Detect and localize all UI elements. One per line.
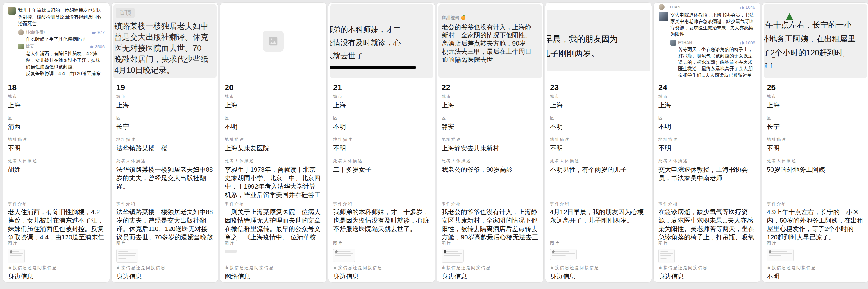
record-card-18[interactable]: 我几十年前就认识的一位胡姓朋友也是因为封控、核酸检测等原因没有得到及时救治而死亡… (3, 2, 110, 283)
pinned-badge: 置顶 (116, 7, 134, 18)
like-count: 1046 (740, 5, 755, 9)
field-value-address: 不明 (767, 144, 864, 152)
field-label-direct: 直接信息还是间接信息 (333, 265, 430, 270)
field-label-direct: 直接信息还是间接信息 (658, 265, 755, 270)
field-label-city: 城市 (333, 94, 430, 99)
post-text: 镇路某楼一楼独居老夫妇中 曾是交大出版社翻译。休克 医无对接医院而去世。70 晚… (113, 21, 217, 76)
field-label-event: 事件介绍 (441, 202, 539, 207)
record-card-21[interactable]: 师弟的本科师妹，才二 疫情没有及时就诊，心 天就去世了 21 城市上海 区不明 … (328, 2, 435, 283)
field-label-city: 城市 (658, 94, 755, 99)
image-thumbnail[interactable] (441, 249, 464, 263)
field-value-address: 不明 (333, 144, 430, 152)
field-value-deceased: 法华镇路某楼一楼独居老夫妇中88岁的丈夫，曾经是交大出版社翻译。 (116, 166, 213, 191)
field-label-address: 地址描述 (333, 137, 430, 142)
commenter-name: 柿油(作者) (26, 30, 90, 35)
attachment-preview[interactable]: 我几十年前就认识的一位胡姓朋友也是因为封控、核酸检测等原因没有得到及时救治而死亡… (5, 4, 108, 78)
screenshot-margin (547, 71, 650, 78)
record-card-20[interactable]: 20 城市上海 区不明 地址描述上海某康复医院 死者大体描述李昶生于1973年，… (220, 2, 327, 283)
attachment-preview[interactable] (221, 4, 325, 78)
thumbs-up-icon (92, 30, 96, 35)
field-label-address: 地址描述 (767, 137, 864, 142)
field-value-city: 上海 (333, 101, 430, 109)
field-label-direct: 直接信息还是间接信息 (225, 265, 322, 270)
field-label-event: 事件介绍 (333, 202, 430, 207)
attachment-preview[interactable]: 置顶 镇路某楼一楼独居老夫妇中 曾是交大出版社翻译。休克 医无对接医院而去世。7… (113, 4, 217, 78)
field-value-direct: 身边信息 (333, 272, 430, 281)
field-label-deceased: 死者大体描述 (333, 158, 430, 164)
field-label-image: 图片 (658, 241, 755, 246)
record-number: 19 (116, 81, 213, 94)
poster-name: 鼠甜橙酱 (442, 15, 459, 21)
image-thumbnail[interactable] (658, 249, 675, 263)
field-value-event: 我师弟的本科师妹，才二十多岁，也是因为疫情没有及时就诊，心脏不舒服送医院隔天就去… (333, 208, 430, 233)
record-card-23[interactable]: 早晨，我的朋友因为 儿子刚刚两岁。 23 城市上海 区不明 地址描述不明 死者大… (545, 2, 652, 283)
field-label-image: 图片 (441, 241, 539, 246)
comment-text: 苦等两天，坐在急诊角落的椅子上，打吊瓶、吸氧气（被封控的子女设法送去的，杯水车薪… (678, 46, 755, 78)
field-label-deceased: 死者大体描述 (116, 158, 213, 164)
field-value-direct: 不明 (767, 272, 864, 281)
record-card-24[interactable]: ETHAN 1046 交大电院退休教授，上海书协会员，书法家吴中南老师在急诊病逝… (653, 2, 761, 283)
field-label-direct: 直接信息还是间接信息 (116, 265, 213, 270)
record-card-25[interactable]: 午十点左右，长宁的一小 外地务工阿姨，在出租屋里 了2个小时的120赶到时, 2… (762, 2, 868, 283)
field-value-event: 4月12日早晨，我的朋友因为心梗永远离开了，儿子刚刚两岁。 (550, 208, 647, 225)
field-value-address: 不明 (550, 144, 647, 152)
attachment-preview[interactable]: 午十点左右，长宁的一小 外地务工阿姨，在出租屋里 了2个小时的120赶到时, (764, 4, 867, 78)
field-label-image: 图片 (333, 241, 430, 246)
field-value-district: 静安 (441, 122, 539, 131)
image-thumbnail[interactable] (767, 249, 794, 261)
field-label-address: 地址描述 (225, 137, 322, 142)
image-thumbnail[interactable] (550, 249, 577, 260)
field-label-deceased: 死者大体描述 (550, 158, 647, 164)
avatar (670, 40, 676, 45)
like-count: 1008 (740, 40, 755, 45)
image-thumbnail-loading[interactable] (225, 250, 237, 253)
field-value-city: 上海 (225, 101, 322, 109)
field-label-deceased: 死者大体描述 (441, 158, 539, 164)
image-placeholder-icon (263, 31, 284, 52)
field-label-address: 地址描述 (8, 137, 105, 142)
thumbs-up-icon (740, 41, 744, 45)
field-value-event: 法华镇路某楼一楼独居老夫妇中88岁的丈夫，曾经是交大出版社翻译。休克后110、1… (116, 208, 213, 241)
field-label-event: 事件介绍 (8, 202, 105, 207)
record-number: 18 (8, 81, 105, 94)
field-label-event: 事件介绍 (550, 202, 647, 207)
field-value-city: 上海 (658, 101, 755, 109)
field-label-district: 区 (658, 115, 755, 121)
thumbs-up-icon (90, 44, 94, 49)
record-number: 22 (441, 81, 539, 94)
field-value-direct: 身边信息 (441, 272, 539, 281)
field-label-deceased: 死者大体描述 (767, 158, 864, 164)
avatar (10, 250, 12, 253)
attachment-preview[interactable]: 早晨，我的朋友因为 儿子刚刚两岁。 (547, 4, 650, 78)
image-thumbnail[interactable] (333, 249, 355, 262)
attachment-preview[interactable]: ETHAN 1046 交大电院退休教授，上海书协会员，书法家吴中南老师在急诊病逝… (655, 4, 759, 78)
field-value-city: 上海 (116, 101, 213, 109)
field-label-direct: 直接信息还是间接信息 (441, 265, 539, 270)
field-value-district: 不明 (550, 122, 647, 131)
record-card-22[interactable]: 鼠甜橙酱 老公的爷爷也没有计入，上海静 新村，全家阴的情况下他阳性。 离酒店后差… (437, 2, 544, 283)
record-number: 25 (767, 81, 864, 94)
avatar (18, 43, 24, 49)
field-label-district: 区 (333, 115, 430, 121)
avatar (659, 4, 664, 10)
record-number: 23 (550, 81, 647, 94)
field-label-city: 城市 (767, 94, 864, 99)
field-value-district: 长宁 (767, 122, 864, 131)
like-count: 3506 (90, 44, 105, 49)
attachment-preview[interactable]: 鼠甜橙酱 老公的爷爷也没有计入，上海静 新村，全家阴的情况下他阳性。 离酒店后差… (438, 4, 542, 78)
field-value-direct: 身边信息 (8, 272, 105, 281)
field-value-deceased: 50岁的外地务工阿姨 (767, 166, 864, 174)
attachment-preview[interactable]: 师弟的本科师妹，才二 疫情没有及时就诊，心 天就去世了 (330, 4, 433, 78)
comment-text: 老人住浦西，有陈旧性脑梗，4.2摔跤，女儿被封在浦东过不了江，妹妹们虽住浦西但也… (26, 50, 105, 70)
field-value-deceased: 交大电院退休教授，上海书协会员，书法家吴中南老师 (658, 166, 755, 182)
field-value-direct: 身边信息 (658, 272, 755, 281)
field-label-district: 区 (225, 115, 322, 121)
image-thumbnail[interactable] (8, 249, 25, 263)
record-card-19[interactable]: 置顶 镇路某楼一楼独居老夫妇中 曾是交大出版社翻译。休克 医无对接医院而去世。7… (111, 2, 218, 283)
field-value-address: 不明 (8, 144, 105, 152)
field-value-deceased: 我老公的爷爷，90岁高龄 (441, 166, 539, 174)
tree-emoji-icon (786, 8, 793, 17)
image-thumbnail[interactable] (116, 249, 138, 263)
field-label-event: 事件介绍 (658, 202, 755, 207)
field-label-image: 图片 (225, 241, 322, 246)
